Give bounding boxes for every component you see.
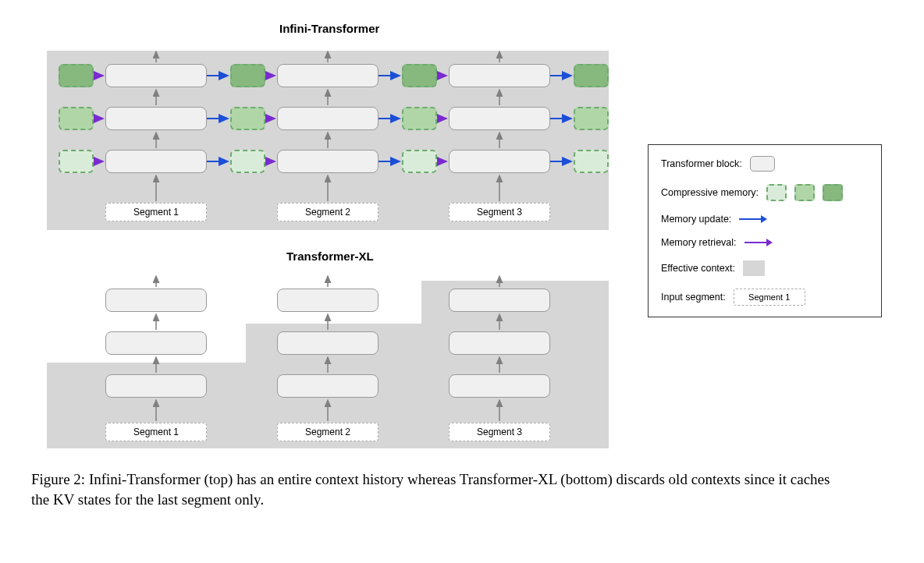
legend-label: Memory retrieval: [661, 237, 737, 248]
transformer-block [277, 64, 378, 87]
segment-label: Segment 2 [277, 423, 378, 441]
transformer-block [277, 150, 378, 173]
legend-input-segment: Input segment: Segment 1 [661, 289, 869, 306]
legend-label: Transformer block: [661, 158, 742, 169]
transformer-block [105, 64, 207, 87]
legend-compressive-memory: Compressive memory: [661, 184, 869, 201]
segment-label: Segment 1 [105, 203, 207, 221]
memory-box [230, 64, 265, 87]
legend-label: Effective context: [661, 263, 735, 274]
memory-box [402, 64, 437, 87]
transformer-block [277, 289, 378, 312]
transformer-block [277, 331, 378, 355]
arrow-icon [739, 218, 766, 220]
segment-label: Segment 3 [449, 203, 550, 221]
legend-box: Transformer block: Compressive memory: M… [648, 144, 882, 317]
transformer-block [105, 150, 207, 173]
segment-icon: Segment 1 [734, 289, 805, 306]
transformer-block-icon [750, 156, 775, 172]
memory-icon [823, 184, 843, 201]
memory-box [59, 107, 94, 130]
figure-diagram: Infini-Transformer Segment 1 Segment 2 S… [31, 16, 890, 452]
memory-box [574, 107, 609, 130]
transformer-block [449, 374, 550, 398]
legend-label: Input segment: [661, 292, 726, 303]
legend-memory-retrieval: Memory retrieval: [661, 237, 869, 248]
legend-effective-context: Effective context: [661, 260, 869, 276]
segment-label: Segment 1 [105, 423, 207, 441]
memory-box [230, 107, 265, 130]
memory-icon [766, 184, 787, 201]
transformer-block [105, 107, 207, 130]
memory-box [574, 64, 609, 87]
transformer-block [277, 374, 378, 398]
context-icon [743, 260, 765, 276]
memory-box [402, 150, 437, 173]
transformer-block [449, 331, 550, 355]
arrow-icon [745, 242, 771, 243]
legend-transformer-block: Transformer block: [661, 156, 869, 172]
transformer-block [105, 374, 207, 398]
legend-label: Compressive memory: [661, 187, 759, 198]
transformer-block [277, 107, 378, 130]
transformer-block [449, 289, 550, 312]
memory-box [574, 150, 609, 173]
memory-box [230, 150, 265, 173]
memory-box [402, 107, 437, 130]
memory-icon [794, 184, 815, 201]
transformer-block [449, 64, 550, 87]
memory-box [59, 150, 94, 173]
title-xl: Transformer-XL [286, 250, 374, 263]
legend-label: Memory update: [661, 214, 731, 225]
segment-label: Segment 3 [449, 423, 550, 441]
transformer-block [449, 107, 550, 130]
title-infini: Infini-Transformer [279, 22, 379, 35]
legend-memory-update: Memory update: [661, 214, 869, 225]
transformer-block [449, 150, 550, 173]
segment-label: Segment 2 [277, 203, 378, 221]
transformer-block [105, 289, 207, 312]
memory-box [59, 64, 94, 87]
figure-caption: Figure 2: Infini-Transformer (top) has a… [31, 469, 835, 509]
transformer-block [105, 331, 207, 355]
